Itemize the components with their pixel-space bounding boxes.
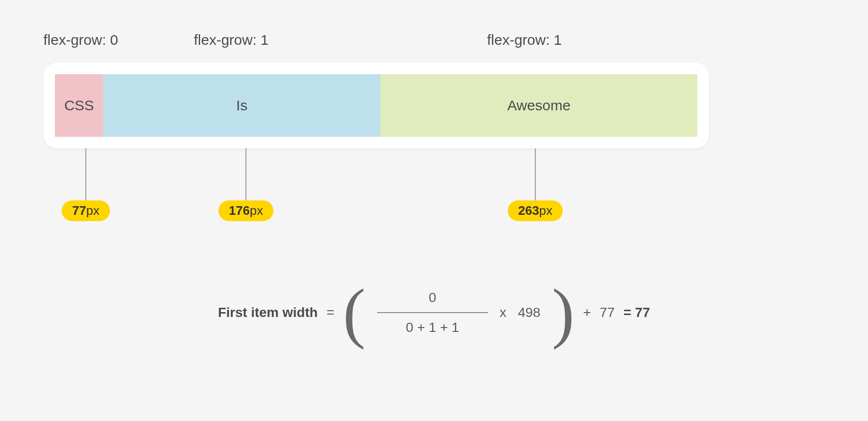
flex-item-css: CSS xyxy=(55,74,103,137)
multiplier: 498 xyxy=(518,305,541,320)
times-sign: x xyxy=(500,305,506,320)
grow-label-0: flex-grow: 0 xyxy=(43,32,118,48)
fraction: 0 0 + 1 + 1 xyxy=(377,290,488,335)
flex-item-awesome: Awesome xyxy=(380,74,697,137)
leader-lines: 77px 176px 263px xyxy=(43,148,825,245)
leader-2: 176px xyxy=(212,148,280,221)
flex-item-is: Is xyxy=(103,74,380,137)
flex-row: CSS Is Awesome xyxy=(55,74,697,137)
paren-open: ( xyxy=(343,289,366,336)
formula-result: = 77 xyxy=(624,305,650,320)
width-pill-2: 176px xyxy=(218,200,274,221)
leader-line xyxy=(85,148,86,201)
formula-label: First item width xyxy=(218,305,318,320)
leader-1: 77px xyxy=(52,148,120,221)
leader-line xyxy=(535,148,536,201)
width-pill-1: 77px xyxy=(62,200,110,221)
grow-label-2: flex-grow: 1 xyxy=(487,32,562,48)
flex-grow-labels-row: flex-grow: 0 flex-grow: 1 flex-grow: 1 xyxy=(43,32,825,51)
addend: 77 xyxy=(600,305,615,320)
formula-row: First item width = ( 0 0 + 1 + 1 x 498 )… xyxy=(0,289,868,336)
numerator: 0 xyxy=(429,290,436,305)
fraction-bar xyxy=(377,312,488,313)
leader-line xyxy=(245,148,246,201)
plus-sign: + xyxy=(583,305,591,320)
grow-label-1: flex-grow: 1 xyxy=(194,32,269,48)
flex-container-card: CSS Is Awesome xyxy=(43,63,709,148)
equals-sign: = xyxy=(326,305,334,320)
flex-item-label: Awesome xyxy=(507,97,570,114)
paren-close: ) xyxy=(552,289,575,336)
leader-3: 263px xyxy=(502,148,569,221)
flex-item-label: Is xyxy=(236,97,247,114)
denominator: 0 + 1 + 1 xyxy=(406,320,460,335)
width-pill-3: 263px xyxy=(508,200,563,221)
flex-item-label: CSS xyxy=(64,97,94,114)
paren-group: ( 0 0 + 1 + 1 x 498 ) xyxy=(343,289,574,336)
